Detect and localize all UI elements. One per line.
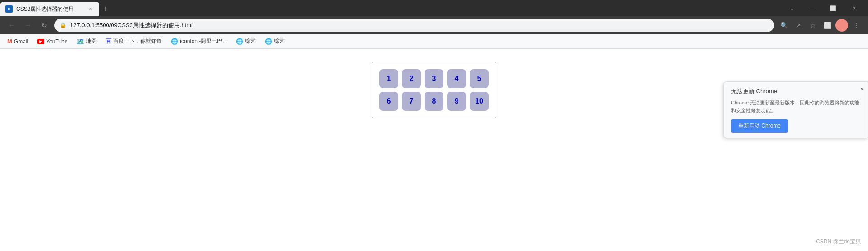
grid-row-2: 6 7 8 9 10 [379, 92, 489, 111]
grid-cell-2[interactable]: 2 [402, 69, 421, 88]
grid-cell-4[interactable]: 4 [447, 69, 466, 88]
grid-cell-8[interactable]: 8 [425, 92, 443, 111]
minimize-button[interactable]: — [802, 0, 823, 16]
zongyi2-globe-icon: 🌐 [265, 38, 272, 45]
grid-cell-6[interactable]: 6 [379, 92, 398, 111]
profile-button[interactable] [835, 19, 848, 32]
bookmark-zongyi2-label: 综艺 [274, 38, 285, 45]
bookmark-zongyi2[interactable]: 🌐 综艺 [261, 36, 288, 47]
notification-title: 无法更新 Chrome [731, 87, 860, 95]
notification-body: Chrome 无法更新至最新版本，因此你的浏览器将新的功能和安全性修复功能。 [731, 99, 860, 114]
iconfont-globe-icon: 🌐 [171, 38, 178, 45]
page-footer: CSDN @兰de宝贝 [816, 238, 861, 246]
grid-cell-1[interactable]: 1 [379, 69, 398, 88]
refresh-button[interactable]: ↻ [38, 19, 51, 32]
grid-cell-10[interactable]: 10 [470, 92, 489, 111]
grid-cell-3[interactable]: 3 [425, 69, 443, 88]
bookmarks-bar: M Gmail ▶ YouTube 🗺️ 地图 百 百度一下，你就知道 [0, 34, 868, 49]
grid-row-1: 1 2 3 4 5 [379, 69, 489, 88]
tab-favicon: C [5, 5, 13, 13]
bookmark-gmail-label: Gmail [14, 38, 28, 45]
address-bar: ← → ↻ 🔒 127.0.0.1:5500/09CSS3属性选择器的使用.ht… [0, 16, 868, 34]
restart-chrome-button[interactable]: 重新启动 Chrome [731, 119, 788, 133]
notification-banner: × 无法更新 Chrome Chrome 无法更新至最新版本，因此你的浏览器将新… [723, 81, 868, 138]
active-tab[interactable]: C CSS3属性选择器的使用 × [0, 2, 99, 16]
forward-button[interactable]: → [22, 19, 34, 32]
lock-icon: 🔒 [60, 22, 66, 28]
bookmark-iconfont-label: iconfont-阿里巴巴... [180, 38, 227, 45]
url-bar[interactable]: 🔒 127.0.0.1:5500/09CSS3属性选择器的使用.html [54, 19, 774, 32]
window-controls: ⌄ — ⬜ ✕ [781, 0, 868, 16]
address-actions: 🔍 ↗ ☆ ⬜ ⋮ [778, 19, 863, 32]
bookmark-baidu[interactable]: 百 百度一下，你就知道 [102, 36, 165, 47]
bookmark-youtube[interactable]: ▶ YouTube [33, 37, 71, 46]
gmail-icon: M [7, 38, 12, 45]
baidu-icon: 百 [106, 38, 111, 45]
zoom-button[interactable]: 🔍 [778, 19, 790, 32]
bookmark-maps[interactable]: 🗺️ 地图 [73, 36, 100, 47]
bookmark-button[interactable]: ☆ [807, 19, 819, 32]
menu-button[interactable]: ⋮ [850, 19, 863, 32]
bookmark-iconfont[interactable]: 🌐 iconfont-阿里巴巴... [167, 36, 231, 47]
browser-header: C CSS3属性选择器的使用 × + ⌄ — ⬜ ✕ ← → ↻ 🔒 127.0… [0, 0, 868, 49]
close-button[interactable]: ✕ [844, 0, 864, 16]
maximize-button[interactable]: ⬜ [823, 0, 844, 16]
back-button[interactable]: ← [5, 19, 18, 32]
bookmark-maps-label: 地图 [86, 38, 97, 45]
youtube-icon: ▶ [37, 39, 44, 44]
tab-title: CSS3属性选择器的使用 [16, 5, 83, 13]
browser-window: C CSS3属性选择器的使用 × + ⌄ — ⬜ ✕ ← → ↻ 🔒 127.0… [0, 0, 868, 251]
bookmark-zongyi1-label: 综艺 [245, 38, 256, 45]
page-content: 1 2 3 4 5 6 7 8 9 10 × 无法更新 Chrome Chrom… [0, 49, 868, 251]
grid-cell-5[interactable]: 5 [470, 69, 489, 88]
bookmark-zongyi1[interactable]: 🌐 综艺 [232, 36, 259, 47]
tab-close-button[interactable]: × [87, 5, 94, 13]
number-grid: 1 2 3 4 5 6 7 8 9 10 [372, 62, 496, 118]
collapse-button[interactable]: ⌄ [781, 0, 802, 16]
maps-icon: 🗺️ [76, 38, 84, 45]
grid-cell-9[interactable]: 9 [447, 92, 466, 111]
bookmark-baidu-label: 百度一下，你就知道 [113, 38, 162, 45]
tab-bar: C CSS3属性选择器的使用 × + ⌄ — ⬜ ✕ [0, 0, 868, 16]
bookmark-youtube-label: YouTube [46, 38, 67, 45]
zongyi1-globe-icon: 🌐 [236, 38, 243, 45]
grid-cell-7[interactable]: 7 [402, 92, 421, 111]
url-text: 127.0.0.1:5500/09CSS3属性选择器的使用.html [70, 21, 769, 29]
new-tab-button[interactable]: + [99, 3, 112, 15]
share-button[interactable]: ↗ [792, 19, 805, 32]
split-view-button[interactable]: ⬜ [821, 19, 834, 32]
bookmark-gmail[interactable]: M Gmail [4, 37, 32, 46]
footer-text: CSDN @兰de宝贝 [816, 238, 861, 245]
notification-close-button[interactable]: × [860, 85, 864, 93]
